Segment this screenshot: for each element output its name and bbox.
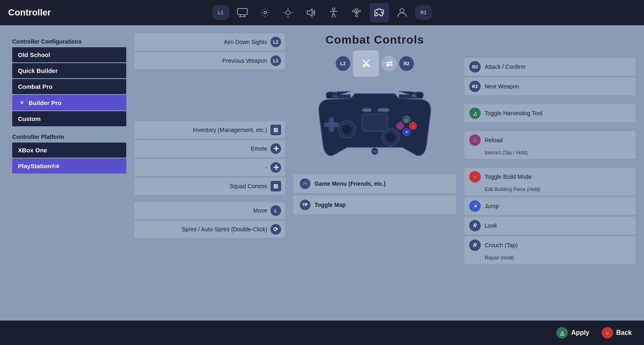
apply-label: Apply [571, 329, 589, 336]
share-badge-squad: ⊞ [270, 181, 281, 191]
control-aim-down-sights[interactable]: Aim Down Sights L2 [134, 33, 285, 51]
toggle-map-icon: 🗺 [300, 200, 310, 210]
dpad-badge-dash: ✛ [270, 162, 281, 173]
right-panel: R2 Attack / Confirm R1 Next Weapon △ Tog… [464, 33, 635, 312]
svg-text:L1: L1 [333, 94, 337, 98]
svg-rect-0 [237, 9, 247, 15]
nav-icon-gear[interactable] [255, 3, 275, 22]
bottom-buttons: 🎮 Game Menu (Friends, etc.) 🗺 Toggle Map [293, 174, 456, 214]
nav-icon-controller[interactable] [369, 3, 389, 22]
nav-icon-brightness[interactable] [278, 3, 298, 22]
controller-image-container: △ ○ □ ✕ SHARE OPTIONS [293, 81, 456, 170]
control-move[interactable]: Move L [134, 202, 285, 219]
circle-badge: ○ [469, 171, 481, 182]
configurations-section-title: Controller Configurations [12, 38, 126, 45]
nav-icon-network[interactable] [347, 3, 366, 22]
nav-icon-audio[interactable] [301, 3, 321, 22]
config-item-quick-builder[interactable]: Quick Builder [12, 63, 126, 78]
platform-item-ps4[interactable]: PlayStation®4 [12, 158, 126, 174]
combat-controls-title: Combat Controls [325, 33, 424, 46]
control-jump[interactable]: ✕ Jump [464, 197, 635, 215]
next-weapon-label: Next Weapon [485, 83, 519, 90]
svg-rect-32 [324, 122, 338, 127]
control-harvesting-tool[interactable]: △ Toggle Harvesting Tool [464, 104, 635, 122]
svg-text:✕: ✕ [405, 130, 408, 134]
r1-badge: R1 [469, 81, 481, 92]
arrows-icon: ⇄ [381, 56, 397, 71]
nav-icon-account[interactable] [392, 3, 412, 22]
control-inventory[interactable]: Inventory (Management, etc.) ⊞ [134, 121, 285, 138]
dpad-badge-emote: ✛ [270, 143, 281, 154]
repair-sublabel: Repair (Hold) [485, 255, 514, 261]
triangle-badge: △ [469, 108, 481, 119]
platform-label-ps4: PlayStation®4 [18, 163, 59, 169]
apply-action[interactable]: △ Apply [556, 327, 589, 338]
platform-section-title: Controller Platform [12, 134, 126, 140]
x-badge: ✕ [469, 200, 481, 212]
jump-label: Jump [485, 203, 499, 209]
toggle-map-label: Toggle Map [314, 202, 346, 208]
svg-rect-13 [352, 10, 355, 12]
svg-rect-14 [355, 9, 358, 10]
control-look[interactable]: R Look [464, 217, 635, 235]
control-squad-comms[interactable]: Squad Comms ⊞ [134, 178, 285, 195]
square-badge: □ [469, 134, 481, 146]
dash-label: - [265, 164, 267, 171]
back-action[interactable]: ○ Back [602, 327, 632, 338]
left-sidebar: Controller Configurations Old School Qui… [12, 33, 126, 312]
control-attack-confirm[interactable]: R2 Attack / Confirm [464, 58, 635, 76]
builder-pro-check-icon: ✕ [18, 99, 25, 106]
svg-text:OPTIONS: OPTIONS [377, 109, 390, 112]
nav-icon-monitor[interactable] [233, 3, 252, 22]
main-content: Controller Configurations Old School Qui… [0, 25, 644, 321]
l1-badge: L1 [270, 55, 281, 66]
l3-badge-sprint: ⟳ [270, 224, 281, 235]
platform-item-xbox[interactable]: XBox One [12, 143, 126, 158]
right-spacer3 [464, 160, 635, 166]
platform-list: XBox One PlayStation®4 [12, 143, 126, 174]
config-item-custom[interactable]: Custom [12, 111, 126, 126]
svg-rect-15 [358, 10, 360, 12]
control-reload-interact[interactable]: □ Reload Interact (Tap / Hold) [464, 131, 635, 159]
sprint-label: Sprint / Auto-Sprint (Double-Click) [182, 226, 267, 233]
config-item-old-school[interactable]: Old School [12, 47, 126, 62]
control-next-weapon[interactable]: R1 Next Weapon [464, 77, 635, 95]
control-crouch-repair[interactable]: R Crouch (Tap) Repair (Hold) [464, 236, 635, 264]
aim-down-sights-label: Aim Down Sights [224, 39, 267, 45]
svg-rect-17 [355, 15, 358, 17]
controller-top-buttons: L2 ⚔ ⇄ R2 [336, 51, 414, 77]
toggle-map-row[interactable]: 🗺 Toggle Map [293, 196, 456, 214]
control-sprint[interactable]: Sprint / Auto-Sprint (Double-Click) ⟳ [134, 221, 285, 238]
nav-icon-l1[interactable]: L1 [212, 5, 229, 20]
config-label-builder-pro: Builder Pro [29, 99, 62, 106]
svg-text:PS: PS [373, 150, 377, 154]
control-previous-weapon[interactable]: Previous Weapon L1 [134, 52, 285, 69]
right-spacer1 [464, 97, 635, 103]
right-spacer2 [464, 124, 635, 130]
config-item-builder-pro[interactable]: ✕ Builder Pro [12, 95, 126, 110]
nav-icon-accessibility[interactable] [324, 3, 343, 22]
move-label: Move [253, 207, 267, 214]
l2-badge: L2 [270, 37, 281, 47]
control-dash[interactable]: - ✛ [134, 159, 285, 176]
control-emote[interactable]: Emote ✛ [134, 140, 285, 157]
config-label-combat-pro: Combat Pro [18, 83, 53, 90]
r2-badge: R2 [469, 61, 481, 73]
previous-weapon-label: Previous Weapon [222, 57, 267, 64]
share-badge: ⊞ [270, 125, 281, 135]
controller-center-spacer [134, 71, 285, 120]
svg-text:L2: L2 [333, 90, 337, 94]
l3-badge-move: L [270, 205, 281, 216]
r2-top-btn: R2 [399, 56, 414, 71]
config-item-combat-pro[interactable]: Combat Pro [12, 79, 126, 94]
svg-point-25 [382, 13, 383, 14]
svg-marker-10 [307, 9, 312, 16]
nav-icon-r1[interactable]: R1 [415, 5, 432, 20]
edit-building-sublabel: Edit Building Piece (Hold) [485, 187, 540, 192]
controller-svg: △ ○ □ ✕ SHARE OPTIONS [295, 81, 454, 170]
game-menu-row[interactable]: 🎮 Game Menu (Friends, etc.) [293, 174, 456, 193]
control-build-mode[interactable]: ○ Toggle Build Mode Edit Building Piece … [464, 168, 635, 196]
center-panel: Combat Controls L2 ⚔ ⇄ R2 [293, 33, 456, 312]
platform-label-xbox: XBox One [18, 147, 47, 154]
apply-badge: △ [556, 327, 568, 338]
